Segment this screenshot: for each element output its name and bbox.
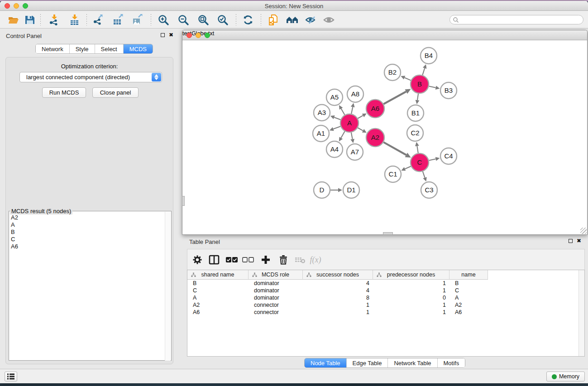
table-panel-close-icon[interactable]: ✖ [577, 239, 581, 243]
column-header-successor-nodes[interactable]: successor nodes [303, 270, 373, 280]
graph-edge-C-C1[interactable] [405, 166, 411, 169]
graph-node-C[interactable]: C [411, 153, 429, 172]
mcds-result-list[interactable]: A2ABCA6 [11, 214, 18, 250]
network-close-button[interactable] [186, 33, 192, 38]
refresh-view-icon[interactable] [241, 13, 255, 27]
graph-edge-A-A6[interactable] [358, 115, 363, 119]
tab-network[interactable]: Network [36, 44, 69, 53]
graph-edge-A-A2[interactable] [358, 128, 363, 131]
open-session-icon[interactable] [6, 13, 21, 27]
column-header-shared-name[interactable]: shared name [187, 270, 249, 280]
table-scrollbar[interactable] [578, 270, 584, 356]
graph-node-A1[interactable]: A1 [313, 125, 329, 142]
window-resize-grip[interactable] [580, 228, 587, 234]
graph-node-A5[interactable]: A5 [326, 89, 343, 105]
function-builder-icon[interactable]: f(x) [309, 253, 322, 267]
graph-node-A7[interactable]: A7 [347, 144, 363, 160]
graph-edge-B-B2[interactable] [405, 78, 411, 81]
run-mcds-button[interactable]: Run MCDS [42, 87, 86, 98]
table-row[interactable]: Adominator80A [187, 294, 584, 301]
network-zoom-button[interactable] [205, 33, 210, 38]
node-table[interactable]: shared nameMCDS rolesuccessor nodesprede… [187, 270, 585, 357]
tab-mcds[interactable]: MCDS [123, 44, 153, 53]
task-history-button[interactable] [5, 372, 17, 381]
graph-edge-A-A7[interactable] [351, 133, 353, 139]
search-field[interactable] [449, 15, 583, 24]
tab-edge-table[interactable]: Edge Table [346, 358, 388, 367]
graph-node-A8[interactable]: A8 [347, 86, 363, 102]
graph-node-B4[interactable]: B4 [421, 48, 437, 64]
mcds-result-item[interactable]: A [11, 221, 18, 229]
columns-icon[interactable] [207, 253, 221, 267]
export-network-icon[interactable] [91, 13, 106, 27]
mcds-result-item[interactable]: B [11, 229, 18, 236]
graph-edge-B-B4[interactable] [422, 68, 425, 75]
column-header-predecessor-nodes[interactable]: predecessor nodes [373, 270, 449, 280]
tab-motifs[interactable]: Motifs [437, 358, 465, 367]
column-header-mcds-role[interactable]: MCDS role [249, 270, 303, 280]
table-row[interactable]: Bdominator41B [187, 280, 584, 287]
table-panel-float-icon[interactable] [569, 239, 573, 243]
export-table-icon[interactable] [111, 13, 125, 27]
delete-table-icon[interactable] [293, 253, 307, 267]
graph-node-C4[interactable]: C4 [440, 148, 457, 164]
graph-node-A6[interactable]: A6 [366, 100, 384, 118]
graph-node-D1[interactable]: D1 [343, 182, 359, 198]
graph-node-B3[interactable]: B3 [440, 82, 457, 99]
zoom-selected-region-icon[interactable] [215, 13, 230, 27]
zoom-out-icon[interactable] [176, 13, 191, 27]
export-image-icon[interactable] [130, 13, 145, 27]
control-panel-close-icon[interactable]: ✖ [169, 33, 173, 37]
graph-node-A4[interactable]: A4 [326, 141, 343, 157]
hide-selected-icon[interactable] [304, 13, 318, 27]
memory-button[interactable]: Memory [546, 372, 585, 381]
mcds-result-item[interactable]: A6 [11, 243, 18, 250]
control-panel-float-icon[interactable] [161, 33, 165, 37]
delete-column-trash-icon[interactable] [277, 253, 290, 267]
graph-edge-A-A5[interactable] [341, 109, 345, 115]
graph-edge-B-B3[interactable] [429, 86, 436, 87]
mcds-result-item[interactable]: C [11, 236, 18, 243]
table-row[interactable]: Cdominator41C [187, 287, 584, 294]
mcds-result-item[interactable]: A2 [11, 214, 18, 221]
optimization-criterion-dropdown[interactable]: largest connected component (directed) [19, 72, 162, 82]
import-table-from-file-icon[interactable] [67, 13, 82, 27]
deselect-all-checkboxes-icon[interactable] [241, 253, 255, 267]
graph-node-A2[interactable]: A2 [366, 129, 384, 147]
network-canvas[interactable]: B4B2BB3A5A8A6B1A3AA1C2A2A4A7CC4C1C3DD1 [183, 41, 586, 234]
add-column-icon[interactable] [259, 253, 272, 267]
split-handle-left[interactable] [182, 196, 185, 206]
select-all-checkboxes-icon[interactable] [225, 253, 239, 267]
graph-edge-A-A8[interactable] [351, 107, 353, 114]
graph-node-C3[interactable]: C3 [421, 182, 437, 198]
graph-node-B[interactable]: B [411, 75, 429, 93]
show-all-hidden-icon[interactable] [322, 13, 336, 27]
graph-node-B2[interactable]: B2 [384, 64, 401, 81]
graph-node-A[interactable]: A [340, 114, 359, 132]
save-session-icon[interactable] [23, 13, 37, 27]
network-minimize-button[interactable] [196, 33, 201, 38]
split-handle-bottom[interactable] [383, 232, 393, 235]
new-network-from-selection-icon[interactable] [266, 13, 281, 27]
tab-network-table[interactable]: Network Table [387, 358, 437, 367]
zoom-in-icon[interactable] [156, 13, 171, 27]
graph-edge-A-A3[interactable] [334, 117, 340, 119]
tab-select[interactable]: Select [95, 44, 123, 53]
graph-edge-A-A4[interactable] [341, 131, 344, 138]
close-panel-button[interactable]: Close panel [92, 87, 139, 98]
zoom-fit-content-icon[interactable] [196, 13, 210, 27]
mcds-result-scrollbar[interactable] [165, 212, 171, 361]
graph-edge-A-A1[interactable] [333, 126, 340, 129]
graph-edge-C-C2[interactable] [417, 146, 418, 153]
graph-edge-A6-B[interactable] [383, 91, 406, 104]
search-input[interactable] [459, 17, 583, 23]
tab-style[interactable]: Style [69, 44, 95, 53]
graph-edge-C-C4[interactable] [429, 159, 436, 160]
graph-node-C1[interactable]: C1 [385, 166, 401, 182]
graph-node-C2[interactable]: C2 [407, 125, 423, 141]
import-network-from-file-icon[interactable] [47, 13, 62, 27]
tab-node-table[interactable]: Node Table [305, 358, 346, 367]
graph-edge-C-C3[interactable] [423, 172, 425, 178]
table-row[interactable]: A6connector11A6 [187, 309, 584, 316]
table-row[interactable]: A2connector11A2 [187, 301, 584, 309]
